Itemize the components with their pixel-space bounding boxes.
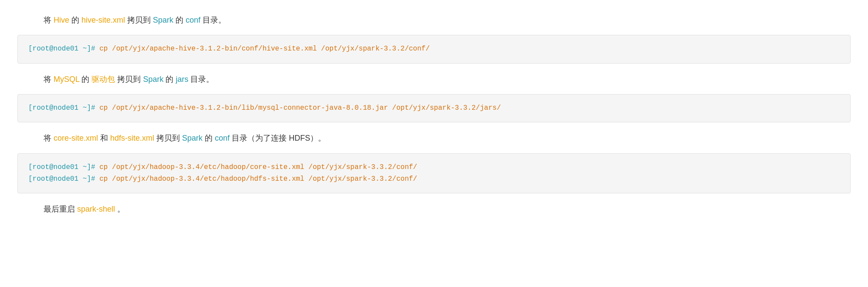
spark-label-3: Spark xyxy=(182,134,203,142)
code-cmd-2: cp /opt/yjx/apache-hive-3.1.2-bin/lib/my… xyxy=(95,104,501,112)
conf-label-2: conf xyxy=(215,134,230,142)
hive-site-xml-label: hive-site.xml xyxy=(81,16,125,24)
drive-label: 驱动包 xyxy=(91,75,115,84)
hive-label: Hive xyxy=(54,16,69,24)
hdfs-site-label: hdfs-site.xml xyxy=(110,134,154,142)
code-cmd-3b: cp /opt/yjx/hadoop-3.3.4/etc/hadoop/hdfs… xyxy=(95,175,417,183)
code-block-3: [root@node01 ~]# cp /opt/yjx/hadoop-3.3.… xyxy=(17,153,851,193)
desc-hive-site: 将 Hive 的 hive-site.xml 拷贝到 Spark 的 conf … xyxy=(17,9,851,31)
section-hive-site: 将 Hive 的 hive-site.xml 拷贝到 Spark 的 conf … xyxy=(17,9,851,64)
conf-label-1: conf xyxy=(186,16,200,24)
spark-label-2: Spark xyxy=(143,75,163,84)
spark-shell-label: spark-shell xyxy=(77,205,115,213)
core-site-label: core-site.xml xyxy=(54,134,98,142)
section-mysql-jar: 将 MySQL 的 驱动包 拷贝到 Spark 的 jars 目录。 [root… xyxy=(17,68,851,123)
code-prompt-3b: [root@node01 ~]# xyxy=(28,175,95,183)
section-hadoop-conf: 将 core-site.xml 和 hdfs-site.xml 拷贝到 Spar… xyxy=(17,127,851,193)
jars-label: jars xyxy=(176,75,188,84)
desc-hadoop-conf: 将 core-site.xml 和 hdfs-site.xml 拷贝到 Spar… xyxy=(17,127,851,149)
code-block-2: [root@node01 ~]# cp /opt/yjx/apache-hive… xyxy=(17,94,851,122)
code-prompt-3a: [root@node01 ~]# xyxy=(28,163,95,171)
spark-label-1: Spark xyxy=(153,16,173,24)
desc-restart: 最后重启 spark-shell 。 xyxy=(17,198,851,220)
section-restart: 最后重启 spark-shell 。 xyxy=(17,198,851,220)
code-cmd-1: cp /opt/yjx/apache-hive-3.1.2-bin/conf/h… xyxy=(95,45,430,53)
mysql-label: MySQL xyxy=(54,75,79,84)
page-content: 将 Hive 的 hive-site.xml 拷贝到 Spark 的 conf … xyxy=(17,9,851,220)
code-cmd-3a: cp /opt/yjx/hadoop-3.3.4/etc/hadoop/core… xyxy=(95,163,417,171)
code-block-1: [root@node01 ~]# cp /opt/yjx/apache-hive… xyxy=(17,35,851,63)
desc-mysql-jar: 将 MySQL 的 驱动包 拷贝到 Spark 的 jars 目录。 xyxy=(17,68,851,91)
code-prompt-1: [root@node01 ~]# xyxy=(28,45,95,53)
code-prompt-2: [root@node01 ~]# xyxy=(28,104,95,112)
